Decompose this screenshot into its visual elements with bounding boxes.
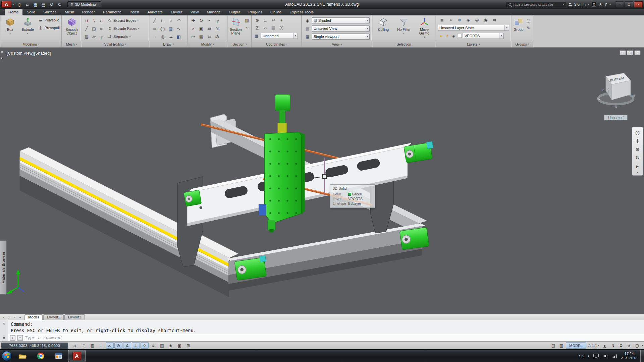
live-section-icon[interactable]: ▥ — [244, 17, 250, 23]
showmotion-icon[interactable]: ▸ — [633, 162, 642, 170]
ucs-previous-icon[interactable]: ↩ — [269, 16, 277, 24]
object-snap-toggle[interactable]: ⊙ — [114, 342, 122, 349]
quick-properties-toggle[interactable]: ◈ — [167, 342, 175, 349]
named-views-icon[interactable]: ▤ — [304, 25, 311, 32]
ribbon-tab[interactable]: Parametric — [99, 9, 125, 15]
mirror-icon[interactable]: ⇄ — [206, 25, 213, 32]
ribbon-tab[interactable]: Surface — [40, 9, 60, 15]
application-menu-button[interactable]: A — [1, 1, 11, 8]
layer-properties-icon[interactable]: ≣ — [438, 17, 446, 23]
close-icon[interactable]: × — [3, 321, 5, 326]
model-viewport[interactable]: × ▸ [Custom View] [Shaded] ‒ ◱ × BOTTOM … — [0, 48, 644, 314]
ucs-origin-icon[interactable]: + — [277, 16, 285, 24]
layer-freeze-icon[interactable]: ∗ — [455, 17, 464, 23]
clean-screen-button[interactable]: ▢ — [633, 342, 641, 349]
hidden-icons-arrow[interactable]: ▲ — [587, 354, 590, 358]
section-plane-button[interactable]: Section Plane — [229, 16, 243, 41]
ellipse-icon[interactable]: ◯ — [159, 25, 166, 32]
union-icon[interactable]: ∪ — [83, 17, 90, 24]
panel-label-modeling[interactable]: Modeling▾ — [1, 41, 61, 47]
viewcube[interactable]: BOTTOM RIGHT W N S E — [596, 68, 636, 109]
taskbar-explorer-button[interactable] — [14, 350, 31, 362]
lineweight-toggle[interactable]: ≡ — [149, 342, 157, 349]
combo-caret-icon[interactable]: ▾ — [365, 26, 369, 31]
keyboard-icon[interactable]: ⌨ — [17, 335, 23, 341]
move-icon[interactable]: ✚ — [190, 17, 197, 24]
help-icon[interactable]: ? — [605, 2, 607, 7]
ungroup-icon[interactable]: ▢ — [525, 17, 532, 23]
ribbon-tab[interactable]: Insert — [126, 9, 143, 15]
exchange-apps-icon[interactable]: X — [592, 2, 596, 7]
volume-tray-icon[interactable] — [603, 353, 609, 359]
spline-icon[interactable]: ∿ — [175, 25, 182, 32]
thicken-icon[interactable]: ≡ — [98, 25, 105, 32]
fillet-icon[interactable]: ╭ — [214, 17, 221, 24]
navbar-caret-icon[interactable]: ▾ — [637, 171, 638, 174]
network-tray-icon[interactable] — [612, 353, 618, 359]
save-icon[interactable]: ▦ — [32, 1, 39, 8]
combo-caret-icon[interactable]: ▾ — [499, 33, 503, 39]
move-gizmo-button[interactable]: Move Gizmo ▾ — [415, 16, 433, 41]
open-file-icon[interactable]: ▱ — [24, 1, 31, 8]
workspace-switching-button[interactable]: ⚙ — [617, 342, 625, 349]
shell-icon[interactable]: ▢ — [91, 25, 97, 32]
offset-edge-icon[interactable]: ▱ — [91, 34, 97, 40]
named-views-combo[interactable]: Unsaved View ▾ — [312, 25, 370, 32]
ucs-combo[interactable]: Unnamed ▾ — [261, 33, 298, 39]
favorites-star-icon[interactable]: ★ — [599, 2, 602, 7]
helix-icon[interactable]: ◎ — [159, 34, 166, 40]
grid-display-toggle[interactable]: ▦ — [88, 342, 96, 349]
minimize-button[interactable]: ‒ — [615, 1, 624, 7]
redo-icon[interactable]: ↻ — [56, 1, 63, 8]
undo-icon[interactable]: ↺ — [48, 1, 55, 8]
quick-view-layouts-button[interactable]: ▤ — [549, 342, 557, 349]
annotation-visibility-button[interactable]: ◭ — [601, 342, 608, 349]
ribbon-tab[interactable]: View — [187, 9, 203, 15]
trim-icon[interactable]: ✂ — [206, 17, 213, 24]
statusbar-menu-caret-icon[interactable]: ▾ — [642, 344, 643, 347]
group-button[interactable]: Group — [513, 16, 524, 41]
next-tab-icon[interactable]: › — [12, 315, 17, 319]
dynamic-input-toggle[interactable]: ⊹ — [141, 342, 149, 349]
array-icon[interactable]: ▦ — [198, 34, 205, 40]
maximize-button[interactable]: □ — [625, 1, 633, 7]
drawing-close-button[interactable]: × — [634, 50, 641, 55]
combo-caret-icon[interactable]: ▾ — [293, 33, 298, 39]
polar-tracking-toggle[interactable]: ∠ — [106, 342, 114, 349]
view-control[interactable]: [Custom View] — [7, 51, 34, 56]
panel-label-layers[interactable]: Layers▾ — [436, 41, 511, 47]
motor-gantry-left[interactable] — [184, 190, 202, 206]
transparency-toggle[interactable]: ▥ — [158, 342, 166, 349]
layer-lock-icon[interactable]: ◈ — [464, 17, 473, 23]
presspull-button[interactable]: ↥ Presspull — [37, 24, 60, 32]
extrude-faces-button[interactable]: ↥ Extrude Faces ▾ — [106, 24, 140, 32]
command-line-panel[interactable]: × ⚒ Command: Press ESC or ENTER to exit,… — [0, 320, 644, 341]
object-snap-tracking-toggle[interactable]: ∡ — [123, 342, 131, 349]
ucs-3point-icon[interactable]: ∴ — [261, 24, 269, 32]
ucs-icon[interactable]: ∟ — [261, 16, 269, 24]
close-button[interactable]: × — [634, 1, 643, 7]
offset-icon[interactable]: ≋ — [206, 34, 213, 40]
layer-state-combo[interactable]: Unsaved Layer State ▾ — [438, 25, 509, 31]
motor-bed-right[interactable] — [399, 227, 429, 250]
first-tab-icon[interactable]: « — [1, 315, 6, 319]
workspace-switcher[interactable]: ⚙ 3D Modeling ▾ — [67, 1, 101, 7]
close-icon[interactable]: × — [1, 50, 3, 54]
ucs-x-rotate-icon[interactable]: X — [277, 24, 285, 32]
layer-thaw-icon[interactable]: ☀ — [444, 33, 450, 39]
layout-tab[interactable]: Layout2 — [64, 314, 85, 320]
new-file-icon[interactable]: ▯ — [16, 1, 23, 8]
polysolid-button[interactable]: ▰ Polysolid — [37, 16, 60, 24]
arc-icon[interactable]: ◠ — [175, 17, 182, 24]
no-filter-button[interactable]: No Filter ▾ — [395, 16, 413, 41]
ortho-mode-toggle[interactable]: ∟ — [97, 342, 105, 349]
layer-match-icon[interactable]: ⇉ — [490, 17, 499, 23]
model-space-button[interactable]: MODEL — [566, 342, 586, 349]
ribbon-tab[interactable]: Home — [5, 9, 22, 15]
ribbon-tab[interactable]: Render — [78, 9, 99, 15]
help-search-input[interactable]: Type a keyword or phrase ▾ — [506, 2, 566, 7]
ribbon-tab[interactable]: Annotate — [144, 9, 166, 15]
dynamic-ucs-toggle[interactable]: ⊥ — [132, 342, 140, 349]
annotation-autoscale-button[interactable]: ↯ — [609, 342, 616, 349]
z-axis-assembly[interactable] — [259, 95, 305, 233]
